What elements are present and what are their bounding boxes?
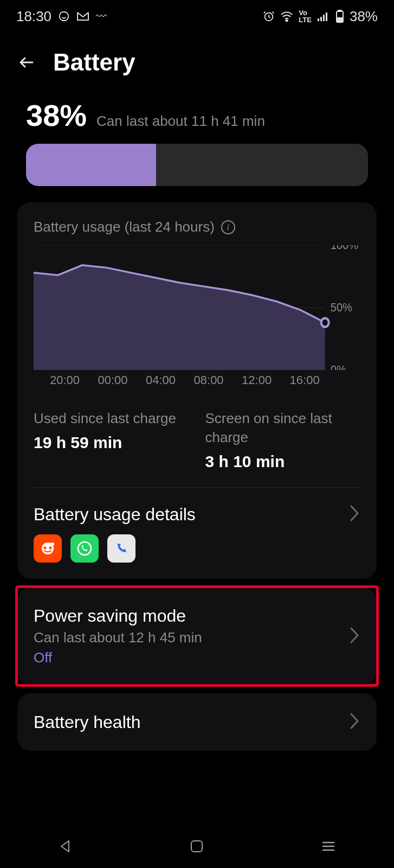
gmail-status-icon: [76, 11, 89, 21]
svg-rect-3: [318, 18, 319, 21]
usage-card: Battery usage (last 24 hours) i 100%50%0…: [17, 202, 377, 579]
usage-details-title: Battery usage details: [34, 505, 196, 525]
svg-rect-9: [338, 18, 342, 21]
svg-point-2: [286, 20, 288, 22]
volte-icon: VoLTE: [299, 9, 312, 23]
svg-rect-22: [191, 841, 202, 852]
battery-estimate: Can last about 11 h 41 min: [96, 113, 265, 130]
chart-x-ticks: 20:0000:0004:0008:0012:0016:00: [34, 373, 325, 387]
svg-point-16: [321, 318, 329, 327]
back-button[interactable]: [16, 52, 38, 73]
nav-back-button[interactable]: [53, 833, 79, 859]
battery-percent: 38%: [26, 98, 87, 133]
battery-health-title: Battery health: [34, 712, 140, 732]
page-header: Battery: [0, 33, 394, 98]
alarm-icon: [263, 10, 275, 22]
usage-title: Battery usage (last 24 hours): [34, 219, 215, 235]
svg-rect-6: [326, 12, 327, 21]
battery-stats: Used since last charge 19 h 59 min Scree…: [34, 409, 360, 471]
svg-rect-5: [323, 15, 325, 21]
battery-health-item[interactable]: Battery health: [17, 693, 377, 751]
battery-summary: 38% Can last about 11 h 41 min: [0, 98, 394, 133]
power-saving-status: Off: [34, 649, 202, 666]
whatsapp-status-icon: [58, 10, 70, 22]
battery-bar: [26, 144, 368, 186]
system-nav-bar: [0, 825, 394, 868]
nav-home-button[interactable]: [184, 833, 210, 859]
svg-text:50%: 50%: [331, 300, 352, 315]
info-icon[interactable]: i: [221, 220, 235, 234]
power-saving-card: Power saving mode Can last about 12 h 45…: [17, 588, 377, 685]
battery-chart[interactable]: 100%50%0% 20:0000:0004:0008:0012:0016:00: [34, 245, 360, 387]
status-bar: 18:30 〰 VoLTE 38%: [0, 0, 394, 33]
svg-text:100%: 100%: [331, 245, 358, 252]
power-saving-sub: Can last about 12 h 45 min: [34, 629, 202, 646]
phone-app-icon[interactable]: [107, 534, 135, 563]
chevron-right-icon: [348, 504, 360, 525]
wifi-icon: [280, 11, 293, 22]
used-since-value: 19 h 59 min: [34, 433, 189, 452]
power-saving-title: Power saving mode: [34, 606, 202, 626]
status-time: 18:30: [16, 8, 51, 25]
battery-bar-fill: [26, 144, 156, 186]
nav-recent-button[interactable]: [315, 833, 341, 859]
used-since-label: Used since last charge: [34, 409, 189, 428]
reddit-app-icon[interactable]: [34, 534, 62, 563]
svg-point-18: [44, 547, 47, 550]
power-saving-item[interactable]: Power saving mode Can last about 12 h 45…: [17, 588, 377, 685]
screen-on-label: Screen on since last charge: [205, 409, 361, 447]
svg-point-0: [60, 12, 69, 21]
battery-health-card: Battery health: [17, 693, 377, 751]
divider: [34, 487, 360, 488]
usage-title-row[interactable]: Battery usage (last 24 hours) i: [34, 219, 360, 235]
usage-details-row[interactable]: Battery usage details: [34, 504, 360, 525]
svg-point-21: [78, 542, 91, 555]
page-title: Battery: [53, 49, 135, 76]
more-status-icon: 〰: [96, 10, 107, 23]
status-battery-pct: 38%: [350, 8, 378, 25]
chevron-right-icon: [348, 626, 360, 647]
app-icon-row: [34, 534, 360, 563]
svg-rect-4: [320, 17, 322, 21]
svg-point-20: [51, 542, 54, 546]
whatsapp-app-icon[interactable]: [70, 534, 99, 563]
battery-status-icon: [335, 10, 344, 23]
svg-point-19: [49, 547, 52, 550]
chevron-right-icon: [348, 712, 360, 732]
signal-icon: [317, 11, 330, 22]
svg-rect-8: [338, 10, 341, 11]
screen-on-value: 3 h 10 min: [205, 452, 361, 471]
svg-text:0%: 0%: [331, 362, 346, 370]
